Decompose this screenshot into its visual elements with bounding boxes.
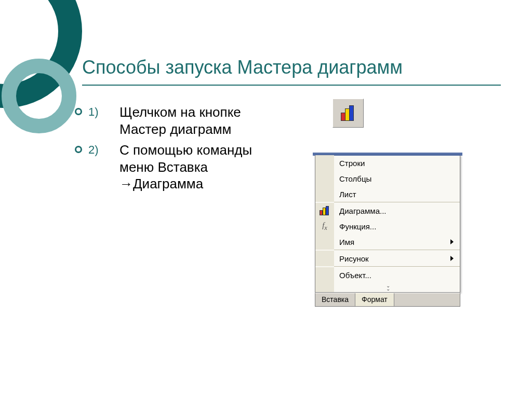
- tab-insert[interactable]: Вставка: [315, 293, 355, 306]
- menu-expand[interactable]: ⌄⌄: [315, 283, 460, 292]
- menu-item-label: Диаграмма...: [334, 207, 460, 215]
- menu-tabs: Вставка Формат: [315, 293, 460, 307]
- menu-item-function[interactable]: fx Функция...: [315, 218, 460, 234]
- list-item-text: Щелчком на кнопке Мастер диаграмм: [119, 104, 241, 137]
- menu-item-label: Лист: [334, 190, 460, 199]
- menu-item-picture[interactable]: Рисунок: [315, 251, 460, 266]
- menu-item-label: Функция...: [334, 222, 460, 231]
- menu-item-object[interactable]: Объект...: [315, 267, 460, 283]
- menu-item-label: Строки: [334, 159, 460, 168]
- slide-title: Способы запуска Мастера диаграмм: [82, 56, 501, 86]
- menu-item-columns[interactable]: Столбцы: [315, 171, 460, 186]
- function-icon: fx: [322, 221, 327, 232]
- body-text: Щелчком на кнопке Мастер диаграмм С помо…: [88, 104, 281, 197]
- bullet-icon: [75, 146, 82, 153]
- submenu-arrow-icon: [450, 239, 454, 244]
- menu-item-name[interactable]: Имя: [315, 234, 460, 250]
- chart-icon: [320, 206, 330, 215]
- chart-wizard-icon: [339, 104, 357, 122]
- menu-item-rows[interactable]: Строки: [315, 155, 460, 171]
- chevron-down-icon: ⌄⌄: [386, 284, 389, 291]
- svg-point-0: [0, 0, 70, 96]
- list-item-text: С помощью команды меню Вставка →Диаграмм…: [119, 142, 252, 191]
- chart-wizard-button[interactable]: [332, 99, 364, 128]
- bullet-icon: [75, 108, 82, 115]
- menu-item-label: Объект...: [334, 271, 460, 280]
- list-item: Щелчком на кнопке Мастер диаграмм: [88, 104, 281, 138]
- menu-item-label: Имя: [334, 238, 450, 246]
- submenu-arrow-icon: [450, 256, 454, 261]
- menu-item-sheet[interactable]: Лист: [315, 186, 460, 202]
- svg-point-1: [9, 66, 69, 126]
- menu-item-label: Рисунок: [334, 254, 450, 263]
- insert-menu: Строки Столбцы Лист Диаграмма... fx Функ…: [315, 155, 460, 293]
- tab-format[interactable]: Формат: [355, 293, 394, 306]
- insert-menu-screenshot: Строки Столбцы Лист Диаграмма... fx Функ…: [315, 155, 460, 307]
- menu-item-label: Столбцы: [334, 174, 460, 183]
- list-item: С помощью команды меню Вставка →Диаграмм…: [88, 142, 281, 193]
- menu-item-chart[interactable]: Диаграмма...: [315, 203, 460, 218]
